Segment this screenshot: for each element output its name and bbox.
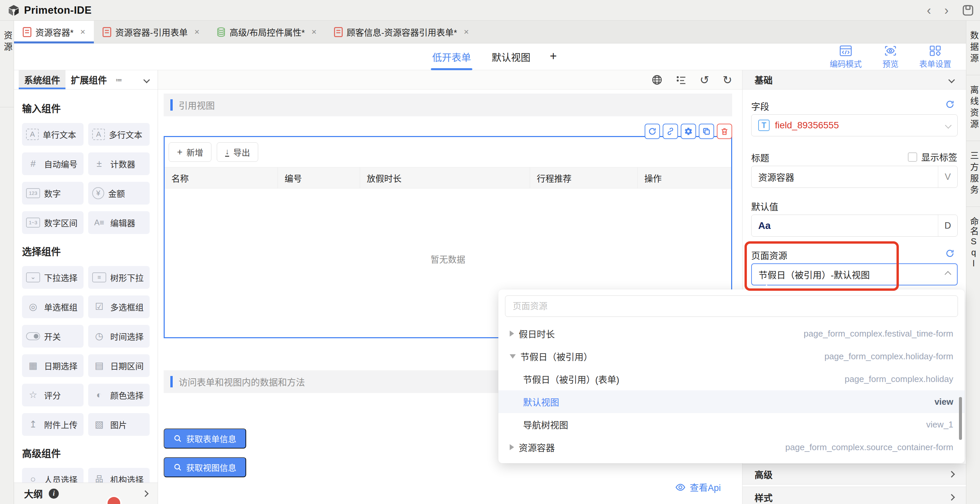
advanced-group-header[interactable]: 高级	[743, 464, 966, 485]
component-counter[interactable]: ±计数器	[88, 152, 150, 175]
rail-item-offline-resources[interactable]: 离线资源	[966, 85, 980, 131]
component-radio-group[interactable]: ◎单选框组	[22, 295, 83, 318]
component-number[interactable]: 123数字	[22, 182, 83, 204]
title-bar: Primeton-IDE ‹ ›	[0, 0, 980, 21]
rail-divider	[966, 141, 980, 141]
section-accent-bar	[170, 99, 173, 111]
collapse-basic-chevron-icon	[948, 77, 955, 83]
tree-dropdown-icon: ≡	[92, 273, 106, 282]
tab-extension-components[interactable]: 扩展组件	[65, 70, 112, 89]
field-select[interactable]: T field_89356555	[751, 114, 958, 136]
component-number-range[interactable]: 1~3数字区间	[22, 211, 83, 234]
rail-item-named-sql[interactable]: 命名Sql	[966, 217, 980, 270]
page-resource-select[interactable]: 节假日（被引用）-默认视图	[751, 263, 958, 285]
close-tab-icon[interactable]: ×	[194, 27, 199, 37]
tree-item-default-view[interactable]: 默认视图 view	[498, 390, 965, 413]
get-form-info-button[interactable]: 获取表单信息	[164, 429, 246, 448]
style-group-label: 样式	[754, 491, 773, 504]
tab-system-components[interactable]: 系统组件	[19, 70, 65, 89]
globe-icon[interactable]	[652, 75, 662, 85]
tree-item-holiday-form[interactable]: 节假日（被引用）(表单) page_form_complex.holiday	[498, 368, 965, 390]
component-date-range[interactable]: ▤日期区间	[88, 354, 150, 377]
redo-icon[interactable]: ↻	[723, 74, 732, 86]
delete-component-icon[interactable]	[717, 124, 732, 139]
component-file-upload[interactable]: ↥附件上传	[22, 413, 83, 436]
tree-item-holiday-referenced[interactable]: 节假日（被引用） page_form_complex.holiday-form	[498, 345, 965, 368]
right-rail: 数据源 离线资源 三方服务 命名Sql	[966, 21, 980, 504]
page-resource-search-input[interactable]	[505, 295, 958, 317]
caret-collapsed-icon[interactable]	[510, 330, 514, 337]
add-row-button[interactable]: +新增	[169, 142, 212, 162]
title-input[interactable]: 资源容器 V	[751, 166, 958, 188]
file-tab-advanced-layout-props[interactable]: 高级/布局控件属性* ×	[208, 21, 325, 43]
refresh-page-resource-icon[interactable]	[945, 249, 955, 258]
get-view-info-button[interactable]: 获取视图信息	[164, 457, 246, 477]
component-auto-number[interactable]: #自动编号	[22, 152, 83, 175]
view-api-link[interactable]: 查看Api	[675, 481, 721, 494]
rail-item-thirdparty-services[interactable]: 三方服务	[966, 151, 980, 196]
caret-expanded-icon[interactable]	[510, 354, 516, 359]
gear-settings-icon[interactable]	[681, 124, 696, 139]
link-component-icon[interactable]	[663, 124, 678, 139]
dropdown-scrollbar[interactable]	[959, 397, 962, 440]
refresh-component-icon[interactable]	[645, 124, 660, 139]
component-switch[interactable]: 开关	[22, 325, 83, 348]
close-tab-icon[interactable]: ×	[464, 27, 469, 37]
tab-lowcode-form[interactable]: 低开表单	[431, 43, 472, 70]
preview-button[interactable]: 预览	[883, 45, 899, 69]
tree-item-resource-container[interactable]: 资源容器 page_form_complex.source_container-…	[498, 436, 965, 459]
component-multi-line-text[interactable]: A多行文本	[88, 123, 150, 146]
collapse-panel-chevron-icon[interactable]	[143, 77, 150, 83]
copy-component-icon[interactable]	[699, 124, 714, 139]
page-resource-label: 页面资源	[751, 249, 787, 262]
nav-back-icon[interactable]: ‹	[927, 4, 931, 17]
canvas-toolbar: ↺ ↻	[158, 70, 742, 89]
tab-default-view[interactable]: 默认视图	[490, 43, 532, 70]
file-tab-resource-container-ref-form[interactable]: 资源容器-引用表单 ×	[94, 21, 208, 43]
save-icon[interactable]	[962, 4, 974, 16]
component-color-picker[interactable]: ◐颜色选择	[88, 384, 150, 407]
star-icon: ☆	[26, 390, 40, 400]
outline-bar[interactable]: 大纲 i	[14, 483, 158, 504]
close-tab-icon[interactable]: ×	[312, 27, 317, 37]
show-label-checkbox-group[interactable]: 显示标签	[908, 150, 957, 163]
file-tab-customer-info-ref-form[interactable]: 顾客信息-资源容器引用表单* ×	[325, 21, 478, 43]
number-123-icon: 123	[26, 188, 40, 198]
list-menu-icon[interactable]: ≔	[116, 76, 122, 84]
title-suffix-button[interactable]: V	[938, 166, 957, 188]
export-button[interactable]: ↓导出	[217, 142, 258, 162]
component-single-line-text[interactable]: A单行文本	[22, 123, 83, 146]
component-image[interactable]: ▧图片	[88, 413, 150, 436]
component-checkbox-group[interactable]: ☑多选框组	[88, 295, 150, 318]
basic-group-header[interactable]: 基础	[743, 70, 966, 89]
code-mode-button[interactable]: 编码模式	[830, 45, 862, 69]
component-time-picker[interactable]: ◷时间选择	[88, 325, 150, 348]
component-dropdown-select[interactable]: ⌄下拉选择	[22, 266, 83, 289]
title-label: 标题	[751, 151, 769, 164]
component-tree-dropdown[interactable]: ≡树形下拉	[88, 266, 150, 289]
add-view-button[interactable]: +	[550, 49, 557, 64]
text-single-icon: A	[26, 129, 39, 140]
rail-divider	[0, 107, 14, 107]
component-amount[interactable]: ¥金额	[88, 182, 150, 204]
component-date-picker[interactable]: ▦日期选择	[22, 354, 83, 377]
file-tab-resource-container[interactable]: 资源容器* ×	[14, 21, 94, 43]
rail-item-datasource[interactable]: 数据源	[966, 31, 980, 65]
close-tab-icon[interactable]: ×	[80, 27, 85, 37]
default-suffix-button[interactable]: D	[938, 215, 957, 236]
undo-icon[interactable]: ↺	[700, 74, 710, 86]
expand-outline-chevron-icon[interactable]	[142, 490, 149, 497]
component-editor[interactable]: A≡编辑器	[88, 211, 150, 234]
outline-tree-icon[interactable]	[676, 75, 686, 85]
refresh-field-icon[interactable]	[945, 100, 955, 109]
style-group-header[interactable]: 样式	[743, 486, 966, 504]
default-value-input[interactable]: Aa D	[751, 215, 958, 237]
component-rating[interactable]: ☆评分	[22, 384, 83, 407]
checkbox-icon[interactable]	[908, 152, 917, 162]
tree-item-nav-tree-view[interactable]: 导航树视图 view_1	[498, 413, 965, 436]
nav-forward-icon[interactable]: ›	[944, 4, 948, 17]
form-settings-button[interactable]: 表单设置	[919, 45, 951, 69]
caret-collapsed-icon[interactable]	[510, 444, 514, 450]
tree-item-holiday-duration[interactable]: 假日时长 page_form_complex.festival_time-for…	[498, 322, 965, 345]
rail-item-resources[interactable]: 资源	[0, 31, 14, 53]
